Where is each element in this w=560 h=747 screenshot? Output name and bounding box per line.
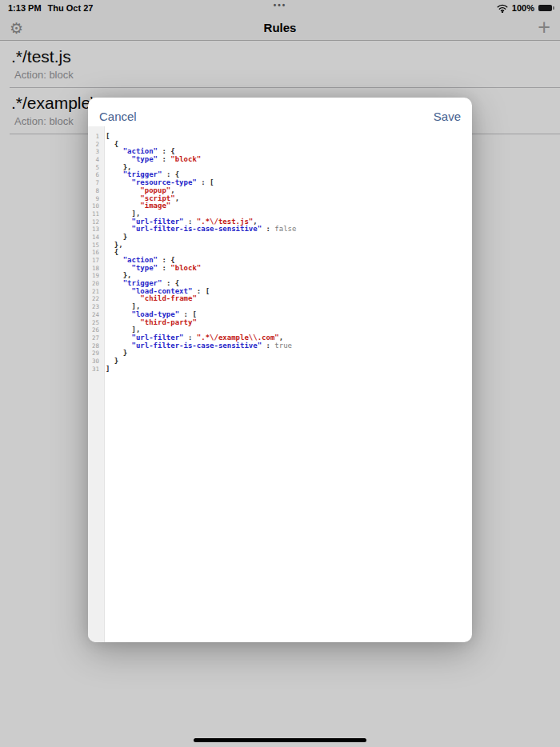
line-number: 14 xyxy=(88,234,102,242)
line-number: 3 xyxy=(88,148,102,156)
line-number: 6 xyxy=(88,171,102,179)
home-indicator[interactable] xyxy=(194,738,366,743)
code-line: 25 "third-party" xyxy=(88,319,472,327)
sheet-header: Cancel Save xyxy=(88,98,472,126)
line-number: 29 xyxy=(88,350,102,358)
code-line: 30 } xyxy=(88,358,472,366)
save-button[interactable]: Save xyxy=(434,110,461,123)
line-number: 17 xyxy=(88,257,102,265)
line-number: 10 xyxy=(88,202,102,210)
line-number: 28 xyxy=(88,342,102,350)
line-number: 25 xyxy=(88,319,102,327)
line-number: 12 xyxy=(88,218,102,226)
cancel-button[interactable]: Cancel xyxy=(99,110,137,123)
line-number: 20 xyxy=(88,280,102,288)
line-number: 21 xyxy=(88,288,102,296)
code-line: 14 } xyxy=(88,234,472,242)
code-line: 28 "url-filter-is-case-sensitive" : true xyxy=(88,342,472,350)
line-number: 22 xyxy=(88,295,102,303)
line-number: 19 xyxy=(88,272,102,280)
line-number: 24 xyxy=(88,311,102,319)
code-line: 13 "url-filter-is-case-sensitive" : fals… xyxy=(88,226,472,234)
code-line: 4 "type" : "block" xyxy=(88,156,472,164)
code-line: 15 }, xyxy=(88,242,472,250)
code-editor-lines: 1[2 {3 "action" : {4 "type" : "block"5 }… xyxy=(88,126,472,373)
line-number: 18 xyxy=(88,265,102,273)
code-line: 10 "image" xyxy=(88,202,472,210)
line-number: 16 xyxy=(88,249,102,257)
code-line: 1[ xyxy=(88,133,472,141)
code-line-text: "url-filter-is-case-sensitive" : false xyxy=(102,226,296,234)
rule-editor-form-sheet: Cancel Save 1[2 {3 "action" : {4 "type" … xyxy=(88,98,472,642)
code-line-text: "url-filter-is-case-sensitive" : true xyxy=(102,342,292,350)
line-number: 15 xyxy=(88,242,102,250)
line-number: 13 xyxy=(88,226,102,234)
line-number: 4 xyxy=(88,156,102,164)
line-number: 8 xyxy=(88,187,102,195)
code-line: 29 } xyxy=(88,350,472,358)
line-number: 9 xyxy=(88,195,102,203)
line-number: 7 xyxy=(88,179,102,187)
line-number: 2 xyxy=(88,141,102,149)
line-number: 31 xyxy=(88,366,102,374)
code-line-text: ] xyxy=(102,366,110,374)
code-line: 31] xyxy=(88,366,472,374)
line-number: 5 xyxy=(88,164,102,172)
line-number: 30 xyxy=(88,358,102,366)
json-code-editor[interactable]: 1[2 {3 "action" : {4 "type" : "block"5 }… xyxy=(88,126,472,642)
code-line: 18 "type" : "block" xyxy=(88,265,472,273)
line-number: 1 xyxy=(88,133,102,141)
code-line: 22 "child-frame" xyxy=(88,295,472,303)
line-number: 11 xyxy=(88,210,102,218)
line-number: 26 xyxy=(88,326,102,334)
line-number: 23 xyxy=(88,303,102,311)
line-number: 27 xyxy=(88,334,102,342)
